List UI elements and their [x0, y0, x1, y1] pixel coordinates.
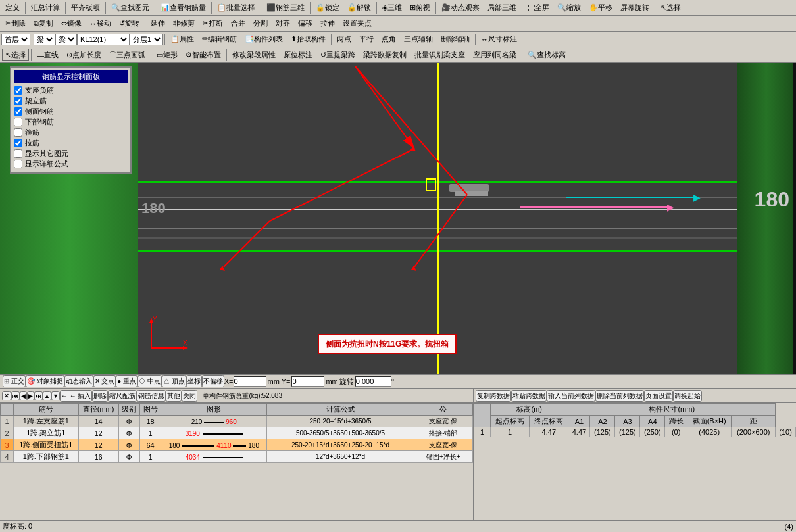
btn-apply-same[interactable]: 应用到同名梁	[470, 49, 520, 61]
btn-break[interactable]: ✂ 打断	[199, 17, 226, 30]
type-select[interactable]: 梁	[34, 34, 55, 45]
cb-bottom-rebar[interactable]: 下部钢筋	[14, 117, 128, 127]
btn-pan[interactable]: ✋ 平移	[585, 1, 616, 14]
btn-copy[interactable]: ⧉ 复制	[30, 17, 57, 30]
btn-select[interactable]: ↖ 选择	[657, 1, 684, 14]
btn-re-extract[interactable]: ↺ 重提梁跨	[317, 49, 359, 61]
btn-point-len[interactable]: ⊙ 点加长度	[63, 49, 105, 61]
btn-notrim[interactable]: 非修剪	[170, 17, 198, 30]
btn-nav-down[interactable]: ▼	[51, 391, 60, 400]
btn-del-axis[interactable]: 删除辅轴	[437, 33, 473, 45]
btn-three-point-axis[interactable]: 三点辅轴	[401, 33, 436, 45]
btn-move[interactable]: ↔ 移动	[86, 17, 114, 30]
btn-dynamic-view[interactable]: 🎥 动态观察	[438, 1, 483, 14]
btn-del-col[interactable]: 删除当前列数据	[595, 390, 644, 402]
cb-tie-bar[interactable]: 拉筋	[14, 138, 128, 148]
cb-detail-formula[interactable]: 显示详细公式	[14, 159, 128, 169]
btn-screen-rotate[interactable]: 屏幕旋转	[617, 1, 653, 14]
cb-shelf-bar[interactable]: 架立筋	[14, 96, 128, 106]
btn-line[interactable]: — 直线	[34, 49, 62, 61]
btn-nav-last[interactable]: ⏭	[34, 391, 43, 400]
btn-intersect[interactable]: ✕ 交点	[93, 375, 116, 387]
btn-batch-identify[interactable]: 批量识别梁支座	[411, 49, 468, 61]
btn-paste-span[interactable]: 粘贴跨数据	[511, 390, 547, 402]
btn-pickup-elem[interactable]: ⬆ 抬取构件	[287, 33, 329, 45]
btn-other[interactable]: 其他	[166, 390, 182, 402]
btn-no-offset[interactable]: 不偏移	[202, 375, 224, 387]
btn-elem-list[interactable]: 📑 构件列表	[241, 33, 286, 45]
btn-define[interactable]: 定义	[2, 1, 23, 14]
btn-edit-rebar[interactable]: ✏ 编辑钢筋	[199, 33, 240, 45]
btn-flatboard[interactable]: 平齐板项	[68, 1, 103, 14]
btn-mirror[interactable]: ⇔ 镜像	[58, 17, 85, 30]
btn-select2[interactable]: ↖ 选择	[2, 49, 29, 61]
btn-parallel[interactable]: 平行	[356, 33, 377, 45]
btn-close-x[interactable]: ✕	[2, 391, 11, 400]
btn-batch-select[interactable]: 📋 批量选择	[214, 1, 259, 14]
left-table-scroll[interactable]: 筋号 直径(mm) 级别 图号 图形 计算公式 公 1 1跨.左支座筋1	[0, 403, 473, 520]
btn-coord[interactable]: 坐标	[186, 375, 202, 387]
btn-set-grip[interactable]: 设置夹点	[339, 17, 375, 30]
btn-close-table[interactable]: 关闭	[182, 390, 197, 402]
btn-nav-prev[interactable]: ◀	[20, 391, 27, 400]
btn-lock[interactable]: 🔒 锁定	[312, 1, 343, 14]
btn-copy-span[interactable]: 复制跨数据	[476, 390, 511, 402]
btn-arc[interactable]: ⌒ 三点画弧	[106, 49, 149, 61]
btn-span-copy[interactable]: 梁跨数据复制	[360, 49, 410, 61]
btn-modify-prop[interactable]: 修改梁段属性	[229, 49, 279, 61]
btn-zoom[interactable]: 🔍 缩放	[554, 1, 584, 14]
btn-split[interactable]: 分割	[250, 17, 271, 30]
btn-snap[interactable]: 🎯 对象捕捉	[26, 375, 64, 387]
btn-fullscreen[interactable]: ⛶ 全屏	[524, 1, 553, 14]
btn-nav-up[interactable]: ▲	[43, 391, 51, 400]
btn-del-row[interactable]: 删除	[92, 390, 108, 402]
btn-stretch[interactable]: 拉伸	[317, 17, 338, 30]
btn-delete[interactable]: ✂ 删除	[2, 17, 29, 30]
btn-dim[interactable]: ↔ 尺寸标注	[478, 33, 520, 45]
subtype-select[interactable]: 梁	[55, 34, 77, 45]
btn-extend[interactable]: 延伸	[147, 17, 168, 30]
btn-smart-place[interactable]: ⚙ 智能布置	[182, 49, 224, 61]
btn-toppoint[interactable]: △ 顶点	[162, 375, 186, 387]
btn-input-col[interactable]: 输入当前列数据	[547, 390, 595, 402]
cb-support-neg[interactable]: 支座负筋	[14, 85, 128, 95]
btn-rebar-3d[interactable]: ⬛ 钢筋三维	[263, 1, 308, 14]
right-table-scroll[interactable]: 标高(m) 构件尺寸(mm) 起点标高 终点标高 A1 A2 A3 A4 跨长 …	[474, 403, 796, 520]
btn-rebar-info[interactable]: 钢筋信息	[137, 390, 166, 402]
btn-rect[interactable]: ▭ 矩形	[153, 49, 181, 61]
btn-local-3d[interactable]: 局部三维	[484, 1, 520, 14]
y-input[interactable]	[291, 376, 324, 387]
cb-other-elem[interactable]: 显示其它图元	[14, 149, 128, 158]
x-input[interactable]	[234, 376, 266, 387]
btn-dynamic-input[interactable]: 动态输入	[64, 375, 93, 387]
btn-two-point[interactable]: 两点	[334, 33, 355, 45]
btn-unlock[interactable]: 🔓 解锁	[344, 1, 374, 14]
btn-merge[interactable]: 合并	[228, 17, 249, 30]
cb-side-rebar[interactable]: 侧面钢筋	[14, 107, 128, 116]
btn-adjust-start[interactable]: 调换起始	[673, 390, 702, 402]
btn-endpoint[interactable]: ● 重点	[116, 375, 137, 387]
btn-dot-angle[interactable]: 点角	[378, 33, 399, 45]
layer-select[interactable]: 分层1	[130, 34, 163, 45]
btn-orthogonal[interactable]: ⊞ 正交	[3, 375, 26, 387]
btn-find-elem[interactable]: 🔍 查找图元	[108, 1, 153, 14]
rotate-input[interactable]	[355, 376, 391, 387]
btn-inplace-mark[interactable]: 原位标注	[280, 49, 316, 61]
btn-scale-rebar[interactable]: 缩尺配筋	[108, 390, 137, 402]
btn-property[interactable]: 📋 属性	[167, 33, 197, 45]
btn-3d[interactable]: ◈ 三维	[379, 1, 405, 14]
cb-stirrup[interactable]: 箍筋	[14, 128, 128, 137]
btn-offset[interactable]: 偏移	[295, 17, 316, 30]
floor-select[interactable]: 首层	[1, 34, 30, 45]
btn-nav-first[interactable]: ⏮	[11, 391, 20, 400]
btn-topview[interactable]: ⊞ 俯视	[407, 1, 434, 14]
btn-find-height[interactable]: 🔍 查找标高	[524, 49, 569, 61]
btn-align[interactable]: 对齐	[272, 17, 293, 30]
element-select[interactable]: KL12(1)	[77, 34, 130, 45]
btn-midpoint[interactable]: ◇ 中点	[137, 375, 162, 387]
btn-view-rebar[interactable]: 📊 查看钢筋量	[157, 1, 209, 14]
btn-insert[interactable]: ← ← 插入	[60, 390, 93, 402]
btn-nav-next[interactable]: ▶	[27, 391, 34, 400]
btn-rotate[interactable]: ↺ 旋转	[116, 17, 143, 30]
btn-page-setup[interactable]: 页面设置	[644, 390, 673, 402]
